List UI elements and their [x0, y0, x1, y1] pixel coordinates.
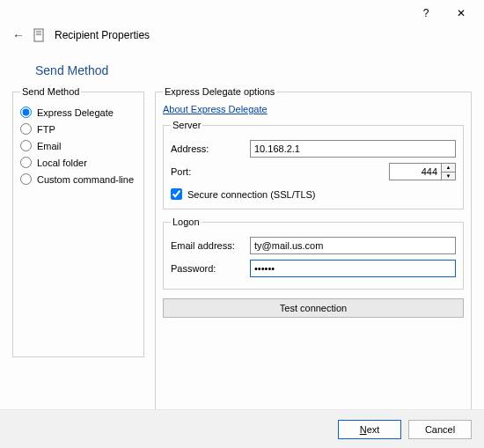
address-label: Address:: [171, 143, 250, 154]
radio-label: Express Delegate: [37, 107, 114, 118]
radio-email[interactable]: Email: [20, 137, 136, 154]
port-stepper[interactable]: ▲ ▼: [442, 163, 456, 180]
radio-express-delegate-input[interactable]: [20, 106, 32, 118]
back-icon[interactable]: ←: [12, 28, 25, 42]
spacer: [163, 318, 464, 423]
logon-legend: Logon: [171, 217, 202, 227]
radio-ftp-input[interactable]: [20, 123, 32, 135]
svg-rect-3: [36, 34, 41, 35]
password-input[interactable]: [250, 260, 456, 277]
port-input[interactable]: [389, 163, 442, 180]
server-group: Server Address: Port: ▲ ▼: [163, 120, 464, 209]
section-title: Send Method: [0, 46, 484, 86]
help-button[interactable]: ?: [408, 1, 444, 26]
address-input[interactable]: [250, 140, 456, 158]
footer-bar: Next Cancel: [0, 409, 484, 448]
radio-custom-command-line[interactable]: Custom command-line: [20, 171, 136, 187]
send-method-group: Send Method Express Delegate FTP Email L…: [12, 86, 144, 357]
radio-local-folder-input[interactable]: [20, 157, 32, 168]
email-input[interactable]: [250, 237, 456, 254]
secure-connection-checkbox[interactable]: Secure connection (SSL/TLS): [171, 183, 456, 200]
close-button[interactable]: ✕: [444, 1, 479, 26]
radio-label: FTP: [37, 124, 55, 135]
page-title: Recipient Properties: [55, 29, 150, 41]
port-label: Port:: [171, 166, 250, 177]
test-connection-button[interactable]: Test connection: [163, 298, 464, 318]
radio-email-input[interactable]: [20, 140, 32, 151]
secure-connection-label: Secure connection (SSL/TLS): [187, 189, 316, 200]
radio-custom-command-line-input[interactable]: [20, 173, 32, 185]
cancel-button[interactable]: Cancel: [408, 420, 472, 439]
express-delegate-options-group: Express Delegate options About Express D…: [155, 86, 472, 433]
next-button[interactable]: Next: [338, 420, 401, 439]
radio-label: Local folder: [37, 158, 87, 168]
server-legend: Server: [171, 120, 202, 130]
logon-group: Logon Email address: Password:: [163, 217, 464, 290]
radio-label: Custom command-line: [37, 174, 134, 185]
port-step-up[interactable]: ▲: [442, 164, 455, 173]
express-delegate-options-legend: Express Delegate options: [163, 86, 276, 97]
password-label: Password:: [171, 263, 250, 274]
send-method-legend: Send Method: [20, 86, 81, 97]
about-express-delegate-link[interactable]: About Express Delegate: [163, 104, 268, 114]
port-step-down[interactable]: ▼: [442, 173, 455, 180]
secure-connection-input[interactable]: [171, 188, 182, 200]
email-label: Email address:: [171, 240, 250, 251]
next-button-label-rest: ext: [367, 424, 380, 435]
radio-express-delegate[interactable]: Express Delegate: [20, 104, 136, 121]
recipient-icon: [33, 28, 46, 42]
svg-rect-1: [36, 31, 41, 32]
radio-ftp[interactable]: FTP: [20, 121, 136, 137]
radio-label: Email: [37, 141, 62, 151]
svg-rect-2: [36, 33, 41, 33]
radio-local-folder[interactable]: Local folder: [20, 154, 136, 171]
